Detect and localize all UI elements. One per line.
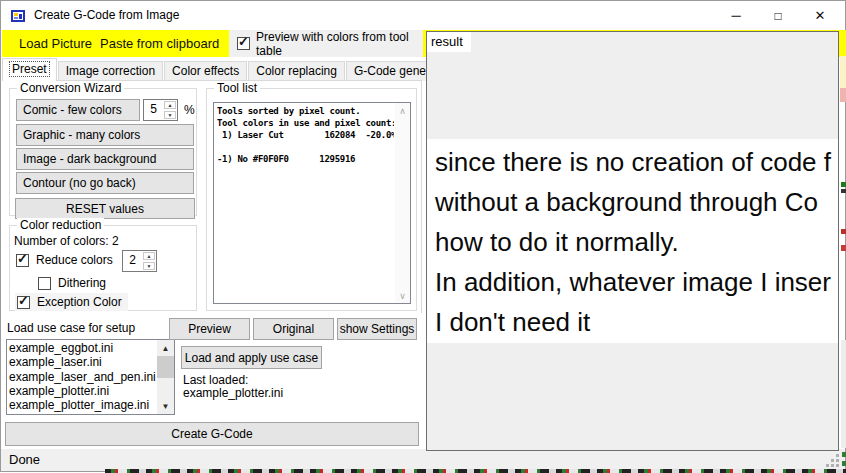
reduce-colors-spinner[interactable]: 2 ▲ ▼ (122, 250, 157, 272)
color-reduction-group: Color reduction Number of colors: 2 ✓ Re… (9, 225, 197, 311)
listbox-scrollbar[interactable]: ▲ ▼ (157, 340, 174, 414)
list-item[interactable]: example_laser_and_pen.ini (9, 370, 156, 384)
dithering-label: Dithering (58, 276, 106, 290)
minimize-button[interactable]: ─ (715, 1, 757, 30)
edge-artifact (841, 229, 846, 234)
create-gcode-button[interactable]: Create G-Code (5, 422, 419, 446)
spinner-up-icon[interactable]: ▲ (143, 252, 155, 260)
tool-list-scrollbar[interactable]: ∧ ∨ (395, 103, 410, 303)
check-icon: ✓ (238, 34, 249, 49)
check-icon: ✓ (17, 251, 28, 266)
status-text: Done (9, 452, 40, 467)
maximize-icon: □ (774, 9, 781, 23)
group-title: Color reduction (17, 218, 104, 232)
minimize-icon: ─ (731, 8, 740, 23)
scroll-down-icon[interactable]: ▼ (157, 398, 174, 414)
window-title: Create G-Code from Image (34, 8, 179, 22)
result-text-line: In addition, whatever image I inser (427, 262, 838, 302)
edge-artifact (842, 461, 846, 466)
maximize-button[interactable]: □ (757, 1, 799, 30)
chevron-up-icon[interactable]: ∧ (395, 103, 410, 118)
list-item[interactable]: example_eggbot.ini (9, 341, 156, 355)
result-text-line: without a background through Co (427, 182, 838, 222)
conversion-wizard-group: Conversion Wizard Comic - few colors 5 ▲… (9, 88, 197, 216)
tab-image-correction[interactable]: Image correction (58, 61, 163, 81)
group-title: Tool list (214, 81, 260, 95)
comic-few-colors-button[interactable]: Comic - few colors (16, 99, 140, 121)
spinner-down-icon[interactable]: ▼ (164, 111, 176, 119)
comic-percent-spinner[interactable]: 5 ▲ ▼ (143, 99, 178, 121)
contour-no-go-back-button[interactable]: Contour (no go back) (16, 172, 194, 194)
close-button[interactable]: ✕ (799, 1, 841, 30)
tab-color-replacing[interactable]: Color replacing (248, 61, 345, 81)
result-panel: result since there is no creation of cod… (426, 31, 839, 451)
edge-artifact (842, 452, 846, 457)
result-text-line: since there is no creation of code f (427, 142, 838, 182)
use-case-listbox[interactable]: example_eggbot.ini example_laser.ini exa… (6, 339, 175, 415)
preview-colors-checkbox[interactable]: ✓ Preview with colors from tool table (229, 30, 423, 57)
title-bar: Create G-Code from Image ─ □ ✕ (1, 1, 845, 30)
result-image: since there is no creation of code f wit… (427, 139, 838, 343)
reduce-colors-label: Reduce colors (36, 253, 113, 267)
result-text-line: how to do it normally. (427, 222, 838, 262)
bottom-edge-artifact (105, 469, 846, 473)
scrollbar-thumb[interactable] (157, 356, 174, 378)
result-label: result (427, 32, 471, 52)
checkbox-box (38, 277, 51, 290)
list-item[interactable]: example_plotter_image.ini (9, 398, 156, 412)
resize-grip[interactable] (825, 453, 839, 467)
app-icon (10, 8, 26, 24)
load-apply-use-case-button[interactable]: Load and apply use case (181, 346, 322, 369)
last-loaded-value: example_plotter.ini (183, 386, 283, 400)
percent-label: % (184, 103, 195, 117)
edge-artifact (841, 340, 846, 448)
spinner-down-icon[interactable]: ▼ (143, 262, 155, 270)
original-button[interactable]: Original (253, 318, 334, 340)
check-icon: ✓ (18, 293, 29, 308)
reset-values-button[interactable]: RESET values (15, 198, 195, 219)
spinner-up-icon[interactable]: ▲ (164, 101, 176, 109)
preview-colors-label: Preview with colors from tool table (256, 30, 423, 58)
image-dark-background-button[interactable]: Image - dark background (16, 148, 194, 170)
preview-button[interactable]: Preview (169, 318, 250, 340)
scroll-up-icon[interactable]: ▲ (157, 340, 174, 356)
load-picture-menu-item[interactable]: Load Picture (13, 30, 98, 57)
checkbox-box: ✓ (16, 254, 29, 267)
show-settings-button[interactable]: show Settings (337, 318, 417, 340)
reduce-colors-checkbox[interactable]: ✓ Reduce colors (16, 253, 113, 267)
edge-artifact (840, 56, 846, 88)
exception-color-label: Exception Color (37, 295, 122, 309)
list-item[interactable]: example_plotter.ini (9, 384, 156, 398)
tab-color-effects[interactable]: Color effects (164, 61, 247, 81)
number-of-colors-label: Number of colors: 2 (14, 234, 119, 248)
last-loaded-label: Last loaded: (183, 373, 248, 387)
edge-artifact (841, 189, 846, 193)
tool-list-textarea[interactable]: Tools sorted by pixel count. Tool colors… (213, 102, 411, 304)
list-item[interactable]: example_laser.ini (9, 355, 156, 369)
tool-list-group: Tool list Tools sorted by pixel count. T… (206, 88, 417, 311)
tool-list-content: Tools sorted by pixel count. Tool colors… (217, 105, 394, 301)
edge-artifact (841, 245, 846, 251)
use-case-label: Load use case for setup (7, 321, 135, 335)
window: Create G-Code from Image ─ □ ✕ Load Pict… (0, 0, 846, 472)
checkbox-box: ✓ (237, 37, 250, 50)
spinner-value: 2 (123, 251, 142, 271)
edge-artifact (840, 88, 846, 102)
edge-artifact (841, 182, 846, 187)
group-title: Conversion Wizard (17, 81, 124, 95)
close-icon: ✕ (815, 8, 826, 23)
spinner-value: 5 (144, 100, 163, 120)
chevron-down-icon[interactable]: ∨ (395, 288, 410, 303)
graphic-many-colors-button[interactable]: Graphic - many colors (16, 124, 194, 146)
tab-preset[interactable]: Preset (2, 58, 57, 81)
use-case-list: example_eggbot.ini example_laser.ini exa… (9, 341, 156, 413)
paste-from-clipboard-menu-item[interactable]: Paste from clipboard (94, 30, 225, 57)
exception-color-checkbox[interactable]: ✓ Exception Color (15, 293, 128, 311)
tab-strip: Preset Image correction Color effects Co… (2, 58, 465, 81)
status-bar: Done (1, 449, 845, 471)
result-text-line: I don't need it (427, 302, 838, 342)
dithering-checkbox[interactable]: Dithering (38, 276, 106, 290)
checkbox-box: ✓ (17, 296, 30, 309)
